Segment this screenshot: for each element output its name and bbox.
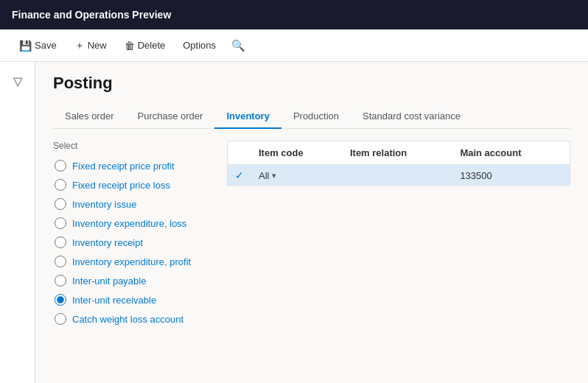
page-title: Posting: [53, 74, 570, 93]
row-check: ✓: [228, 165, 252, 186]
cell-item-code[interactable]: All▾: [251, 165, 343, 186]
radio-item-inter-unit-payable[interactable]: Inter-unit payable: [53, 272, 215, 289]
app-title: Finance and Operations Preview: [12, 9, 171, 21]
save-icon: 💾: [19, 40, 32, 52]
radio-label-fixed-receipt-price-profit: Fixed receipt price profit: [72, 161, 175, 172]
options-button[interactable]: Options: [175, 35, 223, 55]
radio-fixed-receipt-price-loss[interactable]: [55, 179, 66, 191]
radio-label-inventory-receipt: Inventory receipt: [72, 237, 143, 248]
radio-inventory-receipt[interactable]: [55, 236, 66, 248]
col-header-check: [228, 141, 252, 165]
radio-inventory-issue[interactable]: [55, 198, 66, 210]
search-button[interactable]: 🔍: [226, 34, 250, 57]
tab-production[interactable]: Production: [281, 105, 351, 129]
radio-item-fixed-receipt-price-loss[interactable]: Fixed receipt price loss: [53, 176, 215, 194]
content-panel: Select Fixed receipt price profitFixed r…: [53, 141, 570, 328]
radio-fixed-receipt-price-profit[interactable]: [55, 160, 66, 172]
grid-table: Item codeItem relationMain account ✓All▾…: [227, 141, 570, 186]
radio-catch-weight-loss-account[interactable]: [55, 313, 66, 325]
radio-inventory-expenditure-profit[interactable]: [55, 256, 66, 267]
cell-main-account[interactable]: 133500: [452, 165, 570, 186]
radio-label-inter-unit-payable: Inter-unit payable: [72, 275, 146, 287]
radio-list: Fixed receipt price profitFixed receipt …: [53, 157, 215, 328]
delete-button[interactable]: 🗑 Delete: [117, 35, 173, 56]
left-sidebar: ▽: [0, 62, 35, 383]
radio-item-inventory-issue[interactable]: Inventory issue: [53, 195, 215, 213]
radio-label-inventory-issue: Inventory issue: [72, 199, 136, 210]
tab-purchase-order[interactable]: Purchase order: [125, 105, 214, 129]
main-layout: ▽ Posting Sales orderPurchase orderInven…: [0, 62, 588, 383]
tab-inventory[interactable]: Inventory: [214, 105, 281, 129]
radio-item-catch-weight-loss-account[interactable]: Catch weight loss account: [53, 310, 215, 328]
content-area: Posting Sales orderPurchase orderInvento…: [35, 62, 588, 383]
radio-inventory-expenditure-loss[interactable]: [55, 217, 66, 229]
radio-item-inventory-expenditure-profit[interactable]: Inventory expenditure, profit: [53, 253, 215, 270]
search-icon: 🔍: [231, 39, 245, 52]
toolbar: 💾 Save ＋ New 🗑 Delete Options 🔍: [0, 29, 588, 62]
radio-inter-unit-receivable[interactable]: [55, 294, 66, 306]
radio-label-inventory-expenditure-loss: Inventory expenditure, loss: [72, 218, 186, 229]
radio-item-inventory-expenditure-loss[interactable]: Inventory expenditure, loss: [53, 214, 215, 232]
col-header-main-account: Main account: [452, 141, 570, 165]
radio-label-inventory-expenditure-profit: Inventory expenditure, profit: [72, 256, 191, 267]
radio-label-fixed-receipt-price-loss: Fixed receipt price loss: [72, 180, 170, 191]
col-header-item-code: Item code: [251, 141, 343, 165]
radio-inter-unit-payable[interactable]: [55, 275, 66, 287]
col-header-item-relation: Item relation: [343, 141, 452, 165]
filter-icon: ▽: [13, 74, 22, 88]
data-grid: Item codeItem relationMain account ✓All▾…: [227, 141, 570, 328]
tabs-bar: Sales orderPurchase orderInventoryProduc…: [53, 105, 570, 129]
new-button[interactable]: ＋ New: [67, 35, 114, 57]
tab-standard-cost-variance[interactable]: Standard cost variance: [351, 105, 472, 129]
tab-sales-order[interactable]: Sales order: [53, 105, 125, 129]
table-row[interactable]: ✓All▾133500: [228, 165, 570, 186]
radio-item-fixed-receipt-price-profit[interactable]: Fixed receipt price profit: [53, 157, 215, 175]
new-icon: ＋: [74, 39, 85, 52]
save-button[interactable]: 💾 Save: [12, 35, 64, 56]
radio-item-inter-unit-receivable[interactable]: Inter-unit receivable: [53, 291, 215, 309]
select-section: Select Fixed receipt price profitFixed r…: [53, 141, 215, 328]
radio-label-catch-weight-loss-account: Catch weight loss account: [72, 314, 183, 325]
delete-icon: 🗑: [125, 40, 135, 52]
radio-item-inventory-receipt[interactable]: Inventory receipt: [53, 233, 215, 251]
top-bar: Finance and Operations Preview: [0, 0, 588, 29]
radio-label-inter-unit-receivable: Inter-unit receivable: [72, 295, 156, 306]
cell-item-relation[interactable]: [343, 165, 452, 186]
dropdown-arrow-icon[interactable]: ▾: [272, 171, 276, 180]
filter-button[interactable]: ▽: [4, 68, 31, 94]
select-label: Select: [53, 141, 215, 151]
check-icon: ✓: [235, 169, 244, 181]
